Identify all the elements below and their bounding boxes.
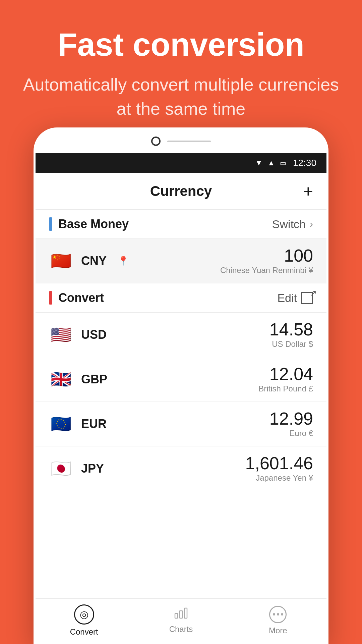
hero-title: Fast conversion — [20, 27, 342, 62]
currency-right: 1,601.46 Japanese Yen ¥ — [245, 454, 313, 483]
currency-amount-eur: 12.99 — [269, 410, 313, 427]
currency-left: 🇯🇵 JPY — [49, 457, 104, 481]
battery-icon: ▭ — [280, 159, 286, 167]
convert-indicator — [49, 291, 52, 305]
currency-code-eur: EUR — [81, 417, 107, 431]
currency-row[interactable]: 🇺🇸 USD 14.58 US Dollar $ — [36, 313, 326, 357]
convert-label-group: Convert — [49, 291, 104, 305]
nav-label-more: More — [269, 626, 287, 635]
add-currency-button[interactable]: + — [303, 181, 313, 201]
more-dot-2 — [277, 613, 279, 615]
cny-flag: 🇨🇳 — [49, 249, 73, 273]
currency-list: 🇺🇸 USD 14.58 US Dollar $ 🇬🇧 GBP 12.04 Br… — [36, 313, 326, 491]
currency-right: 12.99 Euro € — [269, 410, 313, 438]
nav-label-charts: Charts — [169, 625, 193, 634]
currency-name-gbp: British Pound £ — [258, 384, 313, 393]
currency-row[interactable]: 🇯🇵 JPY 1,601.46 Japanese Yen ¥ — [36, 446, 326, 491]
base-currency-right: 100 Chinese Yuan Renminbi ¥ — [220, 247, 313, 275]
switch-action[interactable]: Switch › — [272, 218, 313, 231]
phone-indicator — [36, 129, 326, 153]
flag-eur: 🇪🇺 — [49, 412, 73, 436]
base-money-indicator — [49, 217, 52, 231]
currency-right: 12.04 British Pound £ — [258, 365, 313, 393]
app-header: Currency + — [36, 173, 326, 210]
svg-rect-1 — [180, 611, 182, 618]
edit-icon: ↗ — [301, 292, 313, 304]
signal-icon: ▲ — [267, 159, 275, 167]
flag-usd: 🇺🇸 — [49, 323, 73, 347]
flag-gbp: 🇬🇧 — [49, 367, 73, 391]
currency-name-eur: Euro € — [269, 429, 313, 438]
flag-jpy: 🇯🇵 — [49, 457, 73, 481]
more-dot-3 — [281, 613, 283, 615]
app-content: Currency + Base Money Switch › 🇨🇳 CNY 📍 … — [36, 173, 326, 642]
currency-right: 14.58 US Dollar $ — [269, 321, 313, 349]
cny-amount: 100 — [220, 247, 313, 264]
currency-name-jpy: Japanese Yen ¥ — [245, 473, 313, 483]
currency-code-usd: USD — [81, 328, 107, 342]
status-bar: ▼ ▲ ▭ 12:30 — [36, 153, 326, 173]
currency-left: 🇺🇸 USD — [49, 323, 107, 347]
wifi-icon: ▼ — [255, 159, 262, 167]
base-currency-left: 🇨🇳 CNY 📍 — [49, 249, 129, 273]
indicator-line — [167, 141, 211, 142]
app-header-title: Currency — [150, 183, 212, 199]
convert-label: Convert — [58, 291, 104, 305]
cny-name: Chinese Yuan Renminbi ¥ — [220, 266, 313, 275]
currency-row[interactable]: 🇪🇺 EUR 12.99 Euro € — [36, 402, 326, 446]
currency-code-gbp: GBP — [81, 372, 107, 386]
edit-action[interactable]: Edit ↗ — [277, 291, 313, 305]
svg-rect-0 — [175, 613, 178, 618]
more-icon — [269, 606, 287, 623]
status-time: 12:30 — [293, 158, 316, 168]
currency-name-usd: US Dollar $ — [269, 339, 313, 349]
nav-item-charts[interactable]: Charts — [132, 607, 229, 634]
indicator-dot — [151, 137, 161, 146]
currency-code-jpy: JPY — [81, 462, 104, 476]
currency-left: 🇬🇧 GBP — [49, 367, 107, 391]
more-dot-1 — [273, 613, 275, 615]
convert-section-header[interactable]: Convert Edit ↗ — [36, 283, 326, 313]
currency-row[interactable]: 🇬🇧 GBP 12.04 British Pound £ — [36, 357, 326, 402]
currency-amount-jpy: 1,601.46 — [245, 454, 313, 472]
pin-icon: 📍 — [117, 256, 129, 267]
edit-label: Edit — [277, 291, 297, 305]
switch-label: Switch — [272, 218, 306, 231]
phone-mockup: ▼ ▲ ▭ 12:30 Currency + Base Money Switch… — [34, 127, 328, 644]
bottom-nav: Convert Charts More — [36, 598, 326, 642]
cny-code: CNY — [81, 254, 107, 268]
svg-rect-2 — [184, 608, 187, 618]
base-money-section-header[interactable]: Base Money Switch › — [36, 210, 326, 239]
base-money-label: Base Money — [58, 217, 129, 231]
charts-icon — [174, 607, 188, 622]
currency-amount-gbp: 12.04 — [258, 365, 313, 383]
hero-section: Fast conversion Automatically convert mu… — [0, 0, 362, 138]
base-money-label-group: Base Money — [49, 217, 129, 231]
hero-subtitle: Automatically convert multiple currencie… — [20, 72, 342, 121]
nav-label-convert: Convert — [70, 627, 98, 637]
chevron-right-icon: › — [310, 218, 313, 230]
convert-nav-icon — [74, 604, 94, 625]
currency-left: 🇪🇺 EUR — [49, 412, 107, 436]
nav-item-more[interactable]: More — [230, 606, 326, 635]
currency-amount-usd: 14.58 — [269, 321, 313, 338]
base-currency-row[interactable]: 🇨🇳 CNY 📍 100 Chinese Yuan Renminbi ¥ — [36, 239, 326, 283]
nav-item-convert[interactable]: Convert — [36, 604, 132, 637]
